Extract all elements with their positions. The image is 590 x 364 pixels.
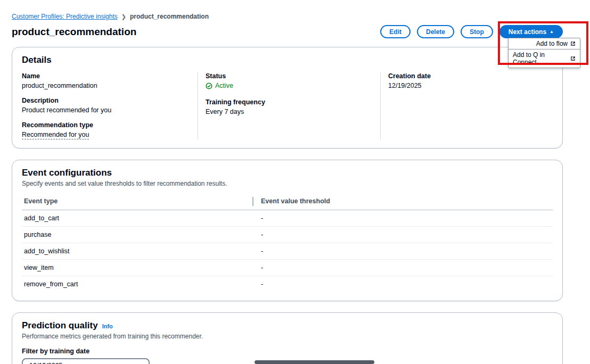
column-header-threshold: Event value threshold xyxy=(259,194,553,210)
menu-item-add-to-flow[interactable]: Add to flow xyxy=(509,38,580,49)
event-configurations-title: Event configurations xyxy=(22,168,553,178)
page: Customer Profiles: Predictive insights ❯… xyxy=(0,0,590,364)
description-value: Product recommended for you xyxy=(22,106,189,114)
breadcrumb: Customer Profiles: Predictive insights ❯… xyxy=(12,13,563,20)
training-date-select[interactable]: 12/19/2025 ▼ xyxy=(22,358,150,364)
external-link-icon xyxy=(570,41,576,46)
creation-date-label: Creation date xyxy=(388,72,544,80)
next-actions-menu: Add to flow Add to Q in Connect xyxy=(508,38,580,68)
details-column-1: Name product_recommendation Description … xyxy=(22,72,198,139)
recommendation-type-label: Recommendation type xyxy=(22,121,189,129)
filter-by-training-date-label: Filter by training date xyxy=(22,348,553,355)
prediction-quality-description: Performance metrics generated from train… xyxy=(22,333,553,340)
event-type-cell: add_to_cart xyxy=(22,210,259,226)
title-row: product_recommendation Edit Delete Stop … xyxy=(12,25,563,38)
delete-button[interactable]: Delete xyxy=(417,25,454,38)
prediction-quality-title-row: Prediction quality Info xyxy=(22,320,553,331)
caret-up-icon: ▲ xyxy=(550,30,554,34)
event-type-cell: view_item xyxy=(22,260,259,276)
details-grid: Name product_recommendation Description … xyxy=(22,72,553,139)
breadcrumb-current: product_recommendation xyxy=(130,13,209,20)
description-label: Description xyxy=(22,97,189,104)
threshold-cell: - xyxy=(259,276,553,292)
training-date-select-value: 12/19/2025 xyxy=(29,362,63,364)
table-header-row: Event type Event value threshold xyxy=(22,194,553,210)
name-field: Name product_recommendation xyxy=(22,72,189,89)
info-link[interactable]: Info xyxy=(102,323,113,329)
menu-item-label: Add to Q in Connect xyxy=(513,51,568,66)
details-column-2: Status Active Training frequency Every 7… xyxy=(198,72,380,139)
table-row: view_item - xyxy=(22,260,553,276)
name-value: product_recommendation xyxy=(22,82,189,89)
threshold-cell: - xyxy=(259,227,553,243)
recommendation-type-value[interactable]: Recommended for you xyxy=(22,131,89,139)
prediction-quality-title: Prediction quality xyxy=(22,320,98,331)
chevron-right-icon: ❯ xyxy=(121,13,126,20)
horizontal-scrollbar-thumb[interactable] xyxy=(255,360,374,364)
training-frequency-value: Every 7 days xyxy=(206,108,372,115)
training-frequency-label: Training frequency xyxy=(206,98,372,106)
menu-item-add-to-q-in-connect[interactable]: Add to Q in Connect xyxy=(509,49,580,68)
table-row: add_to_cart - xyxy=(22,210,553,227)
stop-button[interactable]: Stop xyxy=(461,25,493,38)
name-label: Name xyxy=(22,72,189,80)
breadcrumb-link-predictive-insights[interactable]: Customer Profiles: Predictive insights xyxy=(12,13,118,20)
event-configurations-card: Event configurations Specify events and … xyxy=(12,160,563,301)
status-value: Active xyxy=(215,82,233,89)
next-actions-label: Next actions xyxy=(509,28,546,36)
threshold-cell: - xyxy=(259,243,553,259)
prediction-quality-card: Prediction quality Info Performance metr… xyxy=(12,312,563,364)
training-frequency-field: Training frequency Every 7 days xyxy=(206,98,372,115)
table-row: purchase - xyxy=(22,227,553,243)
action-buttons: Edit Delete Stop Next actions ▲ xyxy=(380,25,563,38)
table-row: remove_from_cart - xyxy=(22,276,553,292)
creation-date-field: Creation date 12/19/2025 xyxy=(388,72,544,89)
page-title: product_recommendation xyxy=(12,26,136,38)
details-column-3: Creation date 12/19/2025 xyxy=(380,72,553,139)
status-badge: Active xyxy=(206,82,233,89)
recommendation-type-field: Recommendation type Recommended for you xyxy=(22,121,189,138)
event-type-cell: add_to_wishlist xyxy=(22,243,259,259)
status-label: Status xyxy=(206,72,372,80)
edit-button[interactable]: Edit xyxy=(380,25,411,38)
threshold-cell: - xyxy=(259,210,553,226)
status-field: Status Active xyxy=(206,72,372,91)
menu-item-label: Add to flow xyxy=(536,40,568,47)
threshold-cell: - xyxy=(259,260,553,276)
column-header-event-type: Event type xyxy=(22,194,259,210)
details-title: Details xyxy=(22,55,553,65)
external-link-icon xyxy=(570,56,576,61)
details-card: Details Name product_recommendation Desc… xyxy=(12,47,563,148)
creation-date-value: 12/19/2025 xyxy=(388,82,544,89)
event-configurations-table: Event type Event value threshold add_to_… xyxy=(22,194,553,292)
event-configurations-description: Specify events and set value thresholds … xyxy=(22,180,553,187)
description-field: Description Product recommended for you xyxy=(22,97,189,114)
next-actions-button[interactable]: Next actions ▲ xyxy=(499,25,563,38)
event-type-cell: purchase xyxy=(22,227,259,243)
table-row: add_to_wishlist - xyxy=(22,243,553,260)
status-active-icon xyxy=(206,82,212,89)
event-type-cell: remove_from_cart xyxy=(22,276,259,292)
